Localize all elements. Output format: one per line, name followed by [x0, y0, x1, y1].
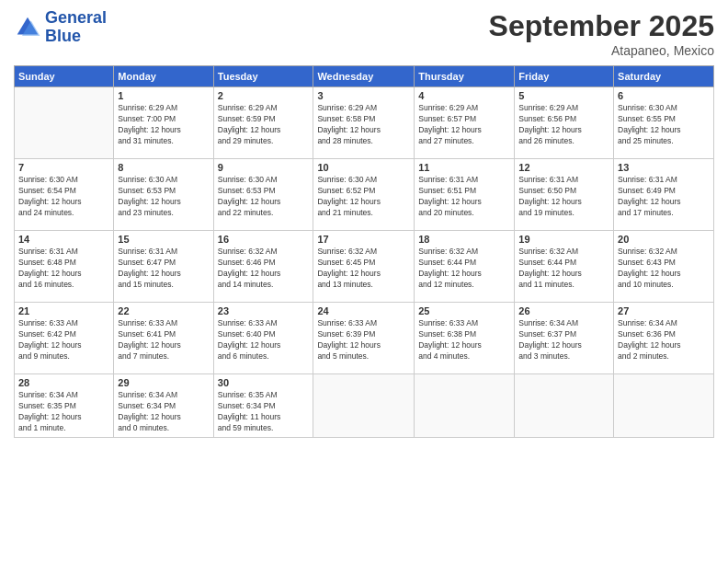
- calendar-cell: 8Sunrise: 6:30 AM Sunset: 6:53 PM Daylig…: [114, 159, 213, 231]
- day-number: 27: [618, 305, 710, 316]
- day-info: Sunrise: 6:33 AM Sunset: 6:40 PM Dayligh…: [218, 318, 310, 362]
- day-info: Sunrise: 6:31 AM Sunset: 6:48 PM Dayligh…: [18, 247, 109, 291]
- title-block: September 2025 Atapaneo, Mexico: [489, 9, 714, 58]
- calendar-cell: 9Sunrise: 6:30 AM Sunset: 6:53 PM Daylig…: [213, 159, 313, 231]
- day-info: Sunrise: 6:34 AM Sunset: 6:36 PM Dayligh…: [618, 318, 710, 362]
- day-number: 21: [18, 305, 109, 316]
- day-number: 4: [418, 90, 510, 101]
- day-info: Sunrise: 6:29 AM Sunset: 6:58 PM Dayligh…: [317, 103, 410, 147]
- calendar-cell: 18Sunrise: 6:32 AM Sunset: 6:44 PM Dayli…: [415, 231, 515, 303]
- calendar-cell: 10Sunrise: 6:30 AM Sunset: 6:52 PM Dayli…: [313, 159, 415, 231]
- calendar-cell: 21Sunrise: 6:33 AM Sunset: 6:42 PM Dayli…: [15, 303, 114, 374]
- day-number: 13: [618, 162, 710, 173]
- calendar-cell: 2Sunrise: 6:29 AM Sunset: 6:59 PM Daylig…: [213, 87, 313, 159]
- day-number: 9: [218, 162, 310, 173]
- day-number: 7: [18, 162, 109, 173]
- col-header-tuesday: Tuesday: [213, 66, 313, 87]
- day-number: 5: [518, 90, 609, 101]
- day-number: 17: [317, 234, 410, 245]
- calendar-header-row: SundayMondayTuesdayWednesdayThursdayFrid…: [15, 66, 714, 87]
- calendar-cell: 17Sunrise: 6:32 AM Sunset: 6:45 PM Dayli…: [313, 231, 415, 303]
- col-header-monday: Monday: [114, 66, 213, 87]
- day-info: Sunrise: 6:32 AM Sunset: 6:44 PM Dayligh…: [518, 247, 609, 291]
- day-info: Sunrise: 6:32 AM Sunset: 6:43 PM Dayligh…: [618, 247, 710, 291]
- logo-icon: [14, 14, 41, 41]
- logo-line2: Blue: [45, 28, 107, 46]
- day-info: Sunrise: 6:34 AM Sunset: 6:37 PM Dayligh…: [518, 318, 609, 362]
- calendar-cell: 24Sunrise: 6:33 AM Sunset: 6:39 PM Dayli…: [313, 303, 415, 374]
- calendar-cell: [313, 374, 415, 438]
- calendar-week-2: 7Sunrise: 6:30 AM Sunset: 6:54 PM Daylig…: [15, 159, 714, 231]
- day-info: Sunrise: 6:33 AM Sunset: 6:39 PM Dayligh…: [317, 318, 410, 362]
- day-number: 24: [317, 305, 410, 316]
- day-info: Sunrise: 6:29 AM Sunset: 6:59 PM Dayligh…: [218, 103, 310, 147]
- logo-line1: General: [45, 9, 107, 28]
- logo-text: General Blue: [45, 9, 107, 46]
- calendar-cell: 22Sunrise: 6:33 AM Sunset: 6:41 PM Dayli…: [114, 303, 213, 374]
- day-number: 6: [618, 90, 710, 101]
- calendar-week-4: 21Sunrise: 6:33 AM Sunset: 6:42 PM Dayli…: [15, 303, 714, 374]
- day-info: Sunrise: 6:29 AM Sunset: 6:56 PM Dayligh…: [518, 103, 609, 147]
- day-info: Sunrise: 6:34 AM Sunset: 6:34 PM Dayligh…: [118, 390, 209, 434]
- day-info: Sunrise: 6:29 AM Sunset: 6:57 PM Dayligh…: [418, 103, 510, 147]
- calendar-cell: 3Sunrise: 6:29 AM Sunset: 6:58 PM Daylig…: [313, 87, 415, 159]
- col-header-thursday: Thursday: [415, 66, 515, 87]
- day-info: Sunrise: 6:32 AM Sunset: 6:44 PM Dayligh…: [418, 247, 510, 291]
- calendar-cell: 27Sunrise: 6:34 AM Sunset: 6:36 PM Dayli…: [614, 303, 714, 374]
- day-number: 23: [218, 305, 310, 316]
- calendar-cell: 5Sunrise: 6:29 AM Sunset: 6:56 PM Daylig…: [515, 87, 614, 159]
- day-number: 30: [218, 377, 310, 388]
- day-number: 25: [418, 305, 510, 316]
- calendar-cell: 23Sunrise: 6:33 AM Sunset: 6:40 PM Dayli…: [213, 303, 313, 374]
- calendar-cell: 7Sunrise: 6:30 AM Sunset: 6:54 PM Daylig…: [15, 159, 114, 231]
- day-info: Sunrise: 6:31 AM Sunset: 6:50 PM Dayligh…: [518, 175, 609, 219]
- header: General Blue September 2025 Atapaneo, Me…: [14, 9, 714, 58]
- day-number: 12: [518, 162, 609, 173]
- day-number: 8: [118, 162, 209, 173]
- day-number: 26: [518, 305, 609, 316]
- day-number: 14: [18, 234, 109, 245]
- calendar-cell: [515, 374, 614, 438]
- calendar-cell: 19Sunrise: 6:32 AM Sunset: 6:44 PM Dayli…: [515, 231, 614, 303]
- day-info: Sunrise: 6:32 AM Sunset: 6:46 PM Dayligh…: [218, 247, 310, 291]
- logo: General Blue: [14, 9, 107, 46]
- calendar-week-5: 28Sunrise: 6:34 AM Sunset: 6:35 PM Dayli…: [15, 374, 714, 438]
- day-info: Sunrise: 6:31 AM Sunset: 6:49 PM Dayligh…: [618, 175, 710, 219]
- day-info: Sunrise: 6:30 AM Sunset: 6:55 PM Dayligh…: [618, 103, 710, 147]
- calendar-cell: [614, 374, 714, 438]
- calendar-cell: 30Sunrise: 6:35 AM Sunset: 6:34 PM Dayli…: [213, 374, 313, 438]
- calendar-cell: 29Sunrise: 6:34 AM Sunset: 6:34 PM Dayli…: [114, 374, 213, 438]
- day-info: Sunrise: 6:33 AM Sunset: 6:38 PM Dayligh…: [418, 318, 510, 362]
- day-number: 19: [518, 234, 609, 245]
- day-info: Sunrise: 6:34 AM Sunset: 6:35 PM Dayligh…: [18, 390, 109, 434]
- calendar-cell: 6Sunrise: 6:30 AM Sunset: 6:55 PM Daylig…: [614, 87, 714, 159]
- day-info: Sunrise: 6:33 AM Sunset: 6:41 PM Dayligh…: [118, 318, 209, 362]
- calendar-cell: 16Sunrise: 6:32 AM Sunset: 6:46 PM Dayli…: [213, 231, 313, 303]
- day-number: 18: [418, 234, 510, 245]
- page: General Blue September 2025 Atapaneo, Me…: [0, 0, 728, 563]
- calendar-cell: 26Sunrise: 6:34 AM Sunset: 6:37 PM Dayli…: [515, 303, 614, 374]
- calendar-cell: 13Sunrise: 6:31 AM Sunset: 6:49 PM Dayli…: [614, 159, 714, 231]
- day-info: Sunrise: 6:33 AM Sunset: 6:42 PM Dayligh…: [18, 318, 109, 362]
- day-info: Sunrise: 6:31 AM Sunset: 6:47 PM Dayligh…: [118, 247, 209, 291]
- calendar-cell: 14Sunrise: 6:31 AM Sunset: 6:48 PM Dayli…: [15, 231, 114, 303]
- col-header-sunday: Sunday: [15, 66, 114, 87]
- day-info: Sunrise: 6:35 AM Sunset: 6:34 PM Dayligh…: [218, 390, 310, 434]
- calendar-cell: 12Sunrise: 6:31 AM Sunset: 6:50 PM Dayli…: [515, 159, 614, 231]
- month-title: September 2025: [489, 9, 714, 43]
- calendar-cell: 20Sunrise: 6:32 AM Sunset: 6:43 PM Dayli…: [614, 231, 714, 303]
- day-number: 10: [317, 162, 410, 173]
- day-info: Sunrise: 6:30 AM Sunset: 6:53 PM Dayligh…: [218, 175, 310, 219]
- day-number: 22: [118, 305, 209, 316]
- day-info: Sunrise: 6:32 AM Sunset: 6:45 PM Dayligh…: [317, 247, 410, 291]
- subtitle: Atapaneo, Mexico: [489, 43, 714, 58]
- calendar-cell: 4Sunrise: 6:29 AM Sunset: 6:57 PM Daylig…: [415, 87, 515, 159]
- day-number: 2: [218, 90, 310, 101]
- day-number: 20: [618, 234, 710, 245]
- day-number: 3: [317, 90, 410, 101]
- calendar-table: SundayMondayTuesdayWednesdayThursdayFrid…: [14, 65, 714, 438]
- col-header-wednesday: Wednesday: [313, 66, 415, 87]
- calendar-cell: [15, 87, 114, 159]
- day-info: Sunrise: 6:31 AM Sunset: 6:51 PM Dayligh…: [418, 175, 510, 219]
- calendar-cell: 28Sunrise: 6:34 AM Sunset: 6:35 PM Dayli…: [15, 374, 114, 438]
